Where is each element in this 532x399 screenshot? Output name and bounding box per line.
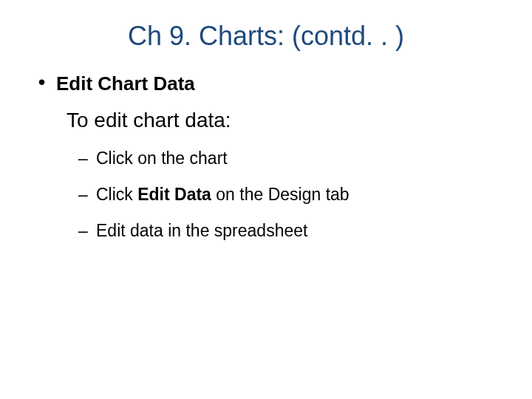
step-2-prefix: Click [96,185,137,204]
step-2-bold: Edit Data [137,185,211,204]
section-heading: Edit Chart Data [38,72,510,95]
slide-title: Ch 9. Charts: (contd. . ) [22,21,510,52]
step-3: Edit data in the spreadsheet [78,221,510,241]
bullet-list-level1: Edit Chart Data [38,72,510,95]
step-1: Click on the chart [78,149,510,168]
step-2: Click Edit Data on the Design tab [78,185,510,205]
step-2-suffix: on the Design tab [211,185,349,204]
bullet-list-level2: Click on the chart Click Edit Data on th… [78,149,510,241]
intro-line: To edit chart data: [66,109,510,132]
